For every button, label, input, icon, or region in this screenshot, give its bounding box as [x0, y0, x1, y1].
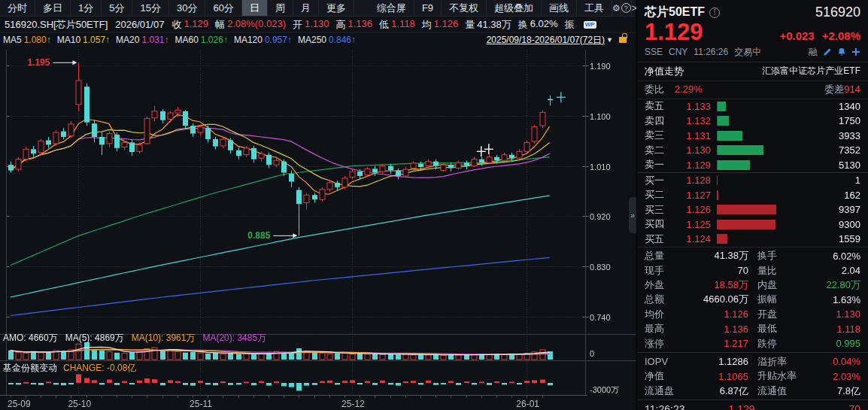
double-chevron-icon: »	[630, 211, 635, 220]
info-icon[interactable]: !	[709, 8, 720, 18]
nav-value-row[interactable]: 净值走势 汇添富中证芯片产业ETF	[637, 62, 868, 81]
nav-trend-link[interactable]: 净值走势	[645, 65, 684, 78]
period-tab-1分[interactable]: 1分	[71, 0, 102, 16]
ask-row-卖三[interactable]: 卖三1.1313933	[637, 129, 868, 144]
stat-row-总额: 总额4660.06万振幅1.63%	[637, 293, 868, 307]
panel-title-row: 芯片50ETF ! 516920	[637, 0, 868, 20]
ob-level-label: 卖二	[645, 144, 672, 157]
stat-label: 振幅	[757, 293, 806, 306]
ma-legend-items: MA51.080↑MA101.057↑MA201.031↑MA601.026↑M…	[3, 35, 362, 45]
period-tab-日[interactable]: 日	[242, 0, 268, 16]
period-tab-周[interactable]: 周	[268, 0, 293, 16]
ob-price: 1.124	[672, 233, 711, 244]
period-tab-60分[interactable]: 60分	[205, 0, 241, 16]
period-tab-月[interactable]: 月	[293, 0, 319, 16]
bid-row-买一[interactable]: 买一1.1281	[637, 173, 868, 188]
ob-bar-zone	[717, 102, 820, 111]
ask-row-卖一[interactable]: 卖一1.1295130	[637, 158, 868, 173]
quote-info-row: 516920.SH[芯片50ETF] 2026/01/07 收1.129幅2.0…	[0, 17, 636, 33]
menu-spacer	[354, 0, 369, 16]
ob-bar-zone	[717, 131, 820, 141]
stat-row-总量: 总量41.38万换手6.02%	[637, 249, 868, 263]
ask-row-卖二[interactable]: 卖二1.1307352	[637, 143, 868, 158]
ob-bar-zone	[717, 205, 820, 214]
ma-legend-MA250: MA2500.846↑	[298, 35, 356, 45]
period-tab-多日[interactable]: 多日	[35, 0, 71, 16]
ma-legend-MA60: MA601.026↑	[175, 35, 228, 45]
chevron-down-icon[interactable]: ▼	[606, 36, 613, 44]
stat-label: 均价	[645, 308, 679, 321]
ob-bar-zone	[717, 220, 820, 229]
bid-row-买二[interactable]: 买二1.127162	[637, 188, 868, 203]
panel-collapse-handle[interactable]: »	[629, 197, 636, 233]
field-value: 2.08%(0.023)	[227, 18, 286, 32]
volume-legend-item: AMO: 4660万	[3, 332, 58, 342]
field-label: 量	[465, 18, 475, 32]
weicha-value: 914	[844, 84, 860, 95]
stat-row-最高: 最高1.136最低1.118	[637, 322, 868, 336]
margin-tag: 融	[809, 46, 818, 59]
bid-row-买四[interactable]: 买四1.1259300	[637, 217, 868, 232]
field-value: 6.02%	[530, 18, 558, 32]
bell-icon[interactable]	[837, 47, 846, 56]
volume-legend-item: MA(20): 3485万	[202, 332, 266, 342]
tool-画线[interactable]: 画线	[542, 0, 577, 16]
stat-value: 70	[679, 265, 748, 276]
ob-volume-bar	[718, 116, 729, 126]
unlock-icon[interactable]	[619, 37, 627, 43]
field-label: 换	[518, 18, 528, 32]
stat-value: 1.217	[679, 338, 748, 349]
iopv-block: IOPV1.1286溢折率0.04%净值1.1065升贴水率2.03%流通盘6.…	[637, 353, 868, 400]
stat-value: 1.130	[806, 308, 860, 320]
tool-综合屏[interactable]: 综合屏	[369, 0, 414, 16]
trading-terminal: 分时多日1分5分15分30分60分日周月更多综合屏F9不复权超级叠加画线工具⚙?…	[0, 0, 868, 410]
volume-legend-item: MA(10): 3961万	[132, 332, 196, 342]
stat-label: 最低	[757, 322, 806, 336]
volume-legend-item: MA(5): 4869万	[65, 332, 124, 342]
ma-legend-MA120: MA1200.957↑	[234, 35, 292, 45]
stat-value: 1.118	[806, 323, 860, 335]
stat-row-净值: 净值1.1065升贴水率2.03%	[637, 369, 868, 384]
ob-bar-zone	[717, 160, 820, 170]
plus-icon[interactable]	[851, 47, 860, 56]
ma-value: 0.957↑	[265, 35, 292, 45]
wp-badge[interactable]: WP	[584, 21, 596, 29]
tool-工具[interactable]: 工具	[577, 0, 612, 16]
ob-bar-zone	[717, 145, 820, 155]
bid-row-买三[interactable]: 买三1.1269397	[637, 202, 868, 217]
candlestick-chart-canvas[interactable]	[0, 47, 636, 410]
ask-row-卖四[interactable]: 卖四1.1321750	[637, 114, 868, 129]
stat-label: 总额	[645, 293, 679, 306]
tool-超级叠加[interactable]: 超级叠加	[487, 0, 542, 16]
period-tab-分时[interactable]: 分时	[0, 0, 35, 16]
stat-row-涨停: 涨停1.217跌停0.995	[637, 336, 868, 351]
gear-icon[interactable]: ⚙	[612, 0, 621, 16]
field-label: 开	[293, 18, 302, 32]
period-tab-15分[interactable]: 15分	[132, 0, 168, 16]
ob-volume: 3933	[820, 130, 860, 141]
tool-F9[interactable]: F9	[414, 0, 442, 16]
ma-label: MA60	[175, 35, 199, 45]
period-tab-30分[interactable]: 30分	[169, 0, 205, 16]
ma-legend-MA20: MA201.031↑	[116, 35, 168, 45]
field-label: 振	[565, 18, 575, 32]
ob-level-label: 卖一	[645, 158, 672, 172]
stat-value: 22.80万	[806, 278, 860, 292]
range-selector[interactable]: 2025/09/18-2026/01/07(72日) ▼	[487, 34, 627, 47]
stat-row-现手: 现手70量比2.04	[637, 263, 868, 278]
ask-row-卖五[interactable]: 卖五1.1331340	[637, 99, 868, 114]
pencil-icon[interactable]	[823, 47, 832, 56]
panel-action-icons: 融	[809, 46, 860, 59]
bid-row-买五[interactable]: 买五1.1241559	[637, 232, 868, 247]
help-glyph: ?	[621, 3, 631, 13]
stat-value: 7.8亿	[806, 384, 860, 398]
tool-不复权[interactable]: 不复权	[442, 0, 487, 16]
period-tab-更多[interactable]: 更多	[319, 0, 354, 16]
ob-volume: 9300	[820, 219, 860, 230]
quote-date: 2026/01/07	[115, 19, 164, 30]
date-range-label[interactable]: 2025/09/18-2026/01/07(72日)	[487, 34, 605, 47]
ma-legend-MA5: MA51.080↑	[3, 35, 51, 45]
quote-fields: 收1.129幅2.08%(0.023)开1.130高1.136低1.118均1.…	[171, 18, 583, 32]
help-icon[interactable]: ?	[621, 0, 632, 16]
period-tab-5分[interactable]: 5分	[102, 0, 132, 16]
